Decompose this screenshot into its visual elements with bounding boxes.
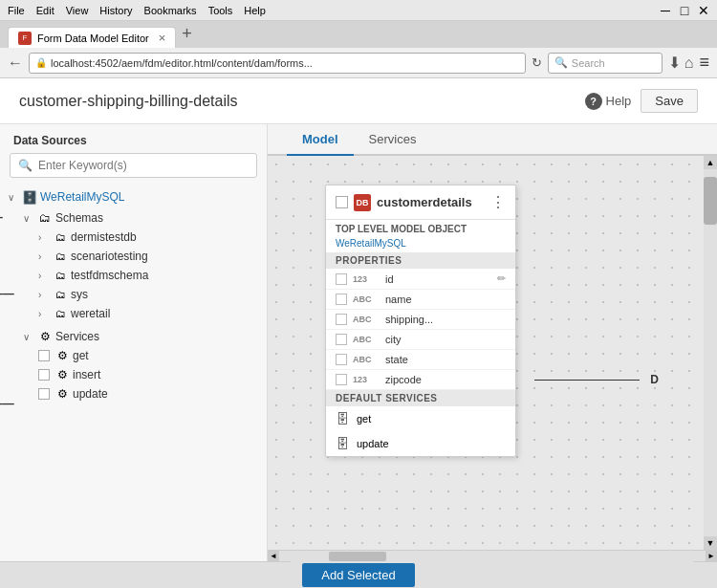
maximize-button[interactable]: □	[679, 5, 690, 16]
tree-row-insert[interactable]: ⚙ insert	[31, 365, 267, 384]
save-button[interactable]: Save	[641, 89, 698, 113]
tree-label-update: update	[73, 387, 108, 401]
tree-row-update[interactable]: ⚙ update	[31, 384, 267, 403]
checkbox-insert[interactable]	[38, 369, 50, 381]
service-icon-get: ⚙	[54, 348, 70, 363]
sidebar-header: Data Sources	[0, 124, 267, 153]
tree-children-services: ⚙ get ⚙ insert ⚙ update	[15, 346, 267, 403]
tree-row-weretailmysql[interactable]: ∨ 🗄️ WeRetailMySQL	[0, 187, 267, 207]
tree-row-get[interactable]: ⚙ get	[31, 346, 267, 365]
table-icon: 🗂	[53, 268, 68, 283]
tree-row-services[interactable]: ∨ ⚙ Services	[15, 327, 267, 346]
table-icon: 🗂	[53, 249, 68, 264]
scroll-right-button[interactable]: ►	[706, 551, 717, 562]
title-bar: File Edit View History Bookmarks Tools H…	[0, 0, 717, 21]
vertical-scrollbar[interactable]	[704, 169, 717, 536]
browser-search-box[interactable]: 🔍 Search	[548, 53, 663, 74]
type-badge-state: ABC	[353, 355, 380, 364]
scroll-thumb	[704, 177, 717, 225]
table-icon: 🗂	[53, 306, 68, 321]
tree-toggle: ›	[38, 271, 50, 281]
prop-name-name: name	[385, 294, 506, 305]
tree-row-dermistestdb[interactable]: › 🗂 dermistestdb	[31, 228, 267, 247]
add-selected-button[interactable]: Add Selected	[302, 563, 414, 587]
address-input[interactable]: 🔒 localhost:4502/aem/fdm/editor.html/con…	[29, 53, 526, 74]
card-menu-button[interactable]: ⋮	[490, 193, 506, 211]
menu-help[interactable]: Help	[244, 5, 266, 16]
annotation-d-line	[534, 380, 640, 381]
help-icon: ?	[585, 93, 602, 110]
prop-name-zipcode: zipcode	[385, 374, 506, 385]
menu-bookmarks[interactable]: Bookmarks	[144, 5, 197, 16]
card-prop-id: 123 id ✏	[326, 269, 515, 290]
card-title: customerdetails	[377, 195, 485, 209]
prop-checkbox-id[interactable]	[336, 273, 347, 285]
prop-checkbox-zipcode[interactable]	[336, 374, 347, 385]
tree-label-testfdmschema: testfdmschema	[71, 269, 148, 282]
tree-row-weretail[interactable]: › 🗂 weretail	[31, 304, 267, 323]
tree-row-scenariotesting[interactable]: › 🗂 scenariotesting	[31, 247, 267, 266]
menu-history[interactable]: History	[99, 5, 132, 16]
type-badge-id: 123	[353, 274, 380, 284]
table-icon: 🗂	[53, 287, 68, 302]
minimize-button[interactable]: ─	[660, 5, 671, 16]
prop-checkbox-name[interactable]	[336, 294, 347, 305]
download-button[interactable]: ⬇	[668, 54, 681, 72]
card-header: DB customerdetails ⋮	[326, 185, 515, 220]
tree-toggle: ›	[38, 232, 50, 243]
tab-close-button[interactable]: ×	[159, 31, 166, 45]
annotation-d: D	[650, 373, 659, 386]
card-prop-name: ABC name	[326, 290, 515, 310]
prop-name-state: state	[385, 354, 506, 365]
help-button[interactable]: ? Help	[585, 93, 632, 110]
search-icon: 🔍	[554, 56, 568, 69]
checkbox-update[interactable]	[38, 388, 50, 400]
scroll-up-button[interactable]: ▲	[704, 156, 717, 169]
browser-tab-bar: F Form Data Model Editor × +	[0, 21, 717, 48]
tree-row-schemas[interactable]: ∨ 🗂 Schemas	[15, 208, 267, 228]
sidebar-search[interactable]: 🔍	[10, 153, 257, 178]
lock-icon: 🔒	[35, 57, 47, 68]
tree-label-get: get	[73, 349, 89, 362]
menu-edit[interactable]: Edit	[36, 5, 54, 16]
close-button[interactable]: ✕	[698, 5, 709, 16]
refresh-button[interactable]: ↻	[532, 55, 542, 70]
annotation-c: C——	[0, 397, 14, 410]
menu-file[interactable]: File	[8, 5, 25, 16]
scroll-left-button[interactable]: ◄	[268, 551, 279, 562]
prop-checkbox-shipping[interactable]	[336, 314, 347, 325]
sidebar-tree: ∨ 🗄️ WeRetailMySQL ∨ 🗂 Schemas	[0, 185, 267, 561]
tab-model[interactable]: Model	[287, 124, 354, 156]
tree-item-services: ∨ ⚙ Services ⚙ get	[15, 325, 267, 405]
properties-section-label: PROPERTIES	[326, 252, 515, 269]
tree-toggle: ›	[38, 309, 50, 319]
tree-children-schemas: › 🗂 dermistestdb › 🗂 scenariotesting ›	[15, 228, 267, 323]
card-checkbox[interactable]	[336, 196, 348, 208]
tab-services[interactable]: Services	[354, 124, 432, 156]
tree-row-testfdmschema[interactable]: › 🗂 testfdmschema	[31, 266, 267, 285]
prop-checkbox-city[interactable]	[336, 334, 347, 345]
service-icon-insert: ⚙	[54, 367, 70, 382]
search-input[interactable]	[38, 159, 249, 172]
browser-tab[interactable]: F Form Data Model Editor ×	[8, 27, 176, 48]
help-label: Help	[606, 94, 632, 108]
prop-edit-icon[interactable]: ✏	[497, 272, 506, 285]
browser-menu-button[interactable]: ≡	[699, 53, 709, 73]
back-button[interactable]: ←	[8, 54, 23, 72]
card-service-update: 🗄 update	[326, 431, 515, 456]
service-db-icon-get: 🗄	[336, 411, 349, 426]
menu-tools[interactable]: Tools	[208, 5, 233, 16]
checkbox-get[interactable]	[38, 350, 50, 361]
scroll-down-button[interactable]: ▼	[704, 536, 717, 550]
tree-row-sys[interactable]: › 🗂 sys	[31, 285, 267, 304]
model-area: ▲ ▼ DB customerdetails ⋮ TOP LEVEL MODEL…	[268, 156, 717, 550]
search-placeholder: Search	[572, 57, 605, 69]
home-button[interactable]: ⌂	[684, 54, 694, 72]
menu-view[interactable]: View	[66, 5, 89, 16]
horizontal-scrollbar[interactable]: ◄ ►	[268, 550, 717, 561]
services-icon: ⚙	[37, 329, 53, 344]
model-card: DB customerdetails ⋮ TOP LEVEL MODEL OBJ…	[325, 185, 516, 457]
prop-checkbox-state[interactable]	[336, 354, 347, 365]
card-subtitle: TOP LEVEL MODEL OBJECT	[326, 220, 515, 236]
new-tab-button[interactable]: +	[182, 24, 192, 48]
